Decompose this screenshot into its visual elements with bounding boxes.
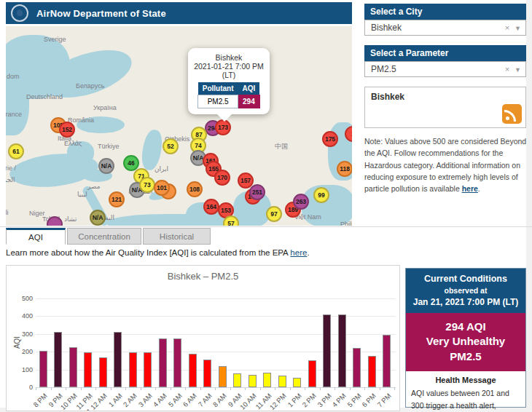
map-label: Türkiye — [98, 143, 120, 150]
feed-box: Bishkek — [364, 87, 526, 128]
popup-timezone: (LT) — [192, 71, 265, 79]
chart-bar[interactable] — [263, 373, 271, 387]
popup-col-aqi: AQI — [238, 82, 260, 95]
aqi-marker[interactable] — [47, 216, 63, 226]
aqi-marker[interactable]: 52 — [163, 138, 179, 154]
aqi-marker[interactable]: 170 — [214, 170, 230, 186]
map-label: Deutschland — [26, 93, 63, 100]
aqi-marker[interactable]: 175 — [322, 131, 338, 147]
chart-x-tick-mark — [171, 387, 171, 390]
chart-y-tick: 200 — [9, 348, 33, 355]
note-text-end: . — [478, 184, 480, 193]
chart-bar[interactable] — [353, 348, 361, 387]
learn-more-body: Learn more about how the Air Quality Ind… — [6, 248, 290, 257]
chart-bar[interactable] — [308, 360, 316, 387]
clear-parameter-icon[interactable]: × — [505, 65, 509, 74]
chevron-down-icon[interactable]: ▼ — [515, 25, 521, 32]
map-label: مصر — [87, 183, 101, 190]
chart-gridline — [36, 387, 396, 388]
aqi-map[interactable]: SverigedomБеларусьDeutschlandFranceУкраї… — [6, 26, 352, 226]
aqi-marker[interactable]: 101 — [154, 180, 170, 196]
chart-bar[interactable] — [189, 354, 197, 387]
rss-feed-icon[interactable] — [502, 104, 522, 124]
aqi-marker[interactable]: 73 — [139, 177, 155, 193]
aqi-marker[interactable]: N/A — [90, 210, 106, 226]
map-label: Ελλάς — [64, 140, 82, 147]
chart-bar[interactable] — [203, 360, 211, 387]
chart-y-tick: 500 — [9, 295, 33, 302]
chart-x-tick-mark — [290, 387, 291, 390]
chart-bar[interactable] — [293, 378, 301, 387]
chart-bar[interactable] — [129, 352, 137, 387]
tabs: AQIConcentrationHistorical — [6, 228, 212, 245]
aqi-marker[interactable]: 251 — [249, 184, 265, 200]
chart-x-tick-mark — [335, 387, 335, 390]
chart-bar[interactable] — [278, 376, 286, 387]
chart-bar[interactable] — [84, 352, 92, 387]
chart-x-tick-mark — [380, 387, 380, 390]
chart-bar[interactable] — [249, 375, 257, 387]
chart-bar[interactable] — [383, 335, 391, 387]
current-conditions-header: Current Conditions observed at Jan 21, 2… — [406, 269, 525, 313]
map-label: Беларусь — [76, 82, 104, 90]
chart-x-tick-mark — [245, 387, 246, 390]
chart-bar[interactable] — [144, 352, 152, 387]
header-bar: AirNow Department of State — [6, 2, 352, 24]
aqi-marker[interactable]: 118 — [337, 161, 352, 177]
chart-x-tick-mark — [155, 387, 156, 390]
aqi-marker[interactable]: 61 — [8, 143, 24, 159]
aqi-marker[interactable]: N/A — [98, 158, 114, 174]
aqi-marker[interactable]: 121 — [109, 191, 125, 207]
tab-aqi[interactable]: AQI — [6, 228, 66, 245]
learn-more-end: . — [307, 248, 309, 257]
parameter-select[interactable]: PM2.5 ×▼ — [364, 61, 526, 77]
cc-title: Current Conditions — [409, 274, 523, 284]
city-select-header: Select a City — [364, 4, 526, 20]
popup-city: Bishkek — [192, 53, 265, 62]
aqi-marker[interactable]: 263 — [293, 194, 309, 210]
aqi-marker[interactable]: 97 — [266, 206, 282, 222]
chevron-down-icon[interactable]: ▼ — [515, 66, 521, 74]
chart-gridline — [36, 298, 396, 299]
chart-bar[interactable] — [69, 347, 77, 387]
aqi-marker[interactable]: 173 — [215, 119, 231, 135]
chart-y-tick: 300 — [9, 330, 33, 338]
chart-x-tick-mark — [230, 387, 231, 390]
chart-x-tick-mark — [200, 387, 201, 390]
chart-bar[interactable] — [159, 338, 167, 387]
parameter-select-header: Select a Parameter — [364, 45, 526, 61]
map-label: Mali — [6, 209, 9, 216]
aqi-marker[interactable]: 152 — [59, 122, 75, 138]
aqi-marker[interactable]: 108 — [187, 181, 203, 197]
tab-historical[interactable]: Historical — [143, 228, 211, 245]
chart-x-tick-mark — [305, 387, 305, 390]
chart-bar[interactable] — [233, 373, 241, 387]
note-link[interactable]: here — [462, 184, 478, 193]
note-text: Note: Values above 500 are considered Be… — [364, 137, 526, 193]
chart-x-tick-mark — [95, 387, 96, 390]
parameter-select-value: PM2.5 — [371, 64, 396, 74]
tab-concentration[interactable]: Concentration — [67, 228, 141, 245]
chart-x-tick-mark — [111, 387, 112, 390]
city-select[interactable]: Bishkek ×▼ — [364, 20, 526, 36]
aqi-marker[interactable]: 164 — [203, 199, 219, 215]
chart-bar[interactable] — [219, 366, 227, 387]
chart-bar[interactable] — [39, 351, 47, 387]
chart-bar[interactable] — [99, 357, 107, 387]
chart-bar[interactable] — [114, 332, 122, 387]
cc-pollutant: PM2.5 — [409, 349, 523, 364]
chart-x-tick-mark — [36, 387, 36, 390]
map-label: ايران — [154, 165, 168, 173]
chart-bar[interactable] — [54, 332, 62, 387]
cc-category: Very Unhealthy — [409, 334, 523, 349]
epa-link[interactable]: here — [290, 248, 307, 257]
health-message-text: AQI values between 201 and 300 trigger a… — [411, 387, 520, 412]
chart-bar[interactable] — [338, 314, 346, 387]
clear-city-icon[interactable]: × — [505, 23, 509, 32]
chart-bar[interactable] — [173, 338, 181, 387]
chart-bar[interactable] — [323, 314, 331, 387]
chart-x-tick-mark — [185, 387, 186, 390]
chart-x-tick-mark — [350, 387, 351, 390]
aqi-marker[interactable]: 99 — [313, 187, 329, 203]
chart-bar[interactable] — [368, 356, 376, 387]
